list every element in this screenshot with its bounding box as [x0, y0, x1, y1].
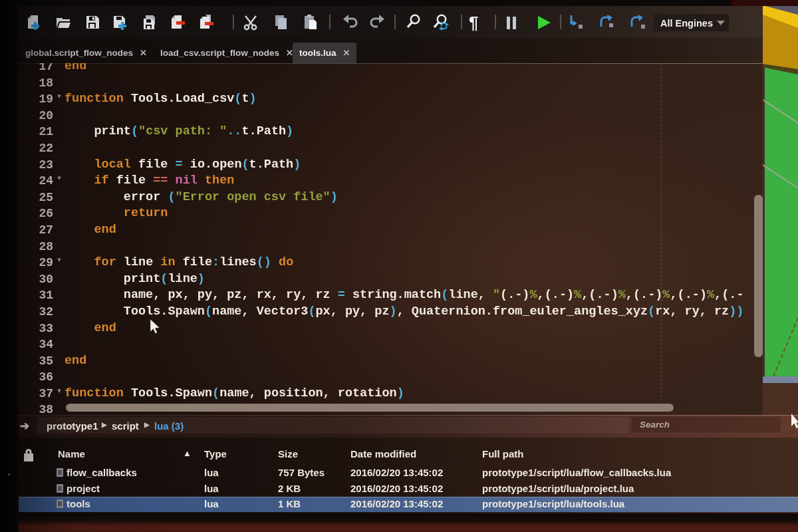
- svg-text:All Engines: All Engines: [660, 18, 713, 29]
- svg-text:¶: ¶: [469, 13, 478, 33]
